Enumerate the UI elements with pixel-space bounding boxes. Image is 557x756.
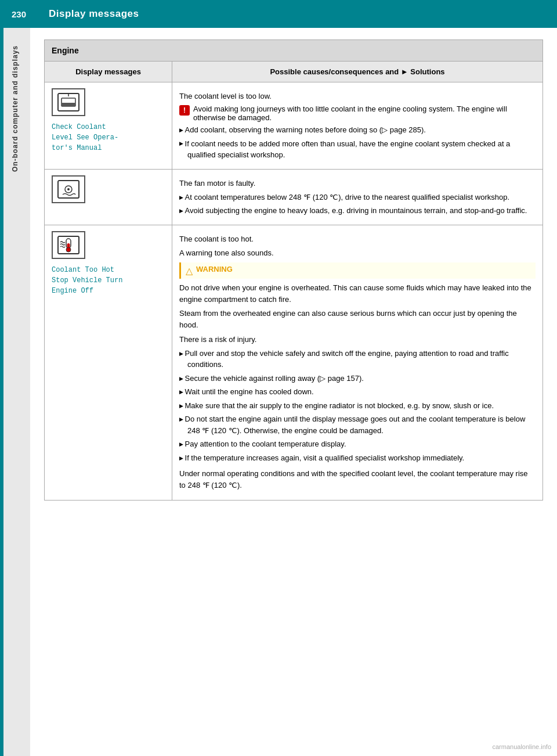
fan-motor-svg	[57, 179, 80, 199]
causes-text-3b: A warning tone also sounds.	[179, 247, 536, 259]
bullet-3c: Wait until the engine has cooled down.	[179, 386, 536, 398]
table-row: Check CoolantLevel See Opera-tor's Manua…	[45, 82, 543, 170]
page-number: 230	[12, 9, 35, 19]
coolant-hot-svg	[57, 235, 80, 255]
bullet-3g: If the temperature increases again, visi…	[179, 452, 536, 464]
col-header-causes: Possible causes/consequences and ► Solut…	[172, 62, 543, 82]
sidebar: On-board computer and displays	[0, 28, 30, 756]
warning-label: WARNING	[196, 265, 233, 273]
bullet-3d: Make sure that the air supply to the eng…	[179, 400, 536, 412]
watermark: carmanualonline.info	[492, 743, 551, 750]
bullet-2b: Avoid subjecting the engine to heavy loa…	[179, 205, 536, 217]
table-row: The fan motor is faulty. At coolant temp…	[45, 169, 543, 225]
causes-text-2a: The fan motor is faulty.	[179, 178, 536, 189]
sidebar-label: On-board computer and displays	[11, 45, 19, 172]
display-message-cell-3: Coolant Too HotStop Vehicle TurnEngine O…	[45, 225, 172, 500]
sidebar-accent	[0, 28, 3, 756]
warning-para-2: Steam from the overheated engine can als…	[179, 308, 536, 331]
causes-text-1a: The coolant level is too low.	[179, 91, 536, 102]
engine-table: Engine Display messages Possible causes/…	[44, 39, 543, 501]
header-bar: 230 Display messages	[0, 0, 557, 28]
bullet-1b: If coolant needs to be added more often …	[179, 138, 536, 161]
svg-point-10	[66, 247, 71, 252]
header-title: Display messages	[49, 8, 139, 20]
coolant-level-svg	[57, 92, 80, 112]
bullet-3b: Secure the vehicle against rolling away …	[179, 373, 536, 384]
causes-text-3a: The coolant is too hot.	[179, 233, 536, 245]
exclamation-note-1: ! Avoid making long journeys with too li…	[179, 105, 536, 122]
section-header: Engine	[45, 40, 543, 62]
col-header-display: Display messages	[45, 62, 172, 82]
excl-text-1: Avoid making long journeys with too litt…	[193, 105, 536, 122]
warning-triangle-icon: △	[186, 265, 193, 276]
display-message-cell-2	[45, 169, 172, 225]
exclamation-icon-1: !	[179, 105, 190, 116]
coolant-hot-icon	[52, 231, 85, 259]
display-msg-label-3: Coolant Too HotStop Vehicle TurnEngine O…	[52, 265, 165, 296]
bullet-3e: Do not start the engine again until the …	[179, 413, 536, 436]
display-msg-label-1: Check CoolantLevel See Opera-tor's Manua…	[52, 122, 165, 153]
causes-cell-2: The fan motor is faulty. At coolant temp…	[172, 169, 543, 225]
svg-point-6	[67, 188, 70, 190]
page-layout: On-board computer and displays Engine Di…	[0, 28, 557, 756]
fan-motor-icon	[52, 175, 85, 203]
warning-para-1: Do not drive when your engine is overhea…	[179, 282, 536, 305]
causes-cell-1: The coolant level is too low. ! Avoid ma…	[172, 82, 543, 170]
causes-cell-3: The coolant is too hot. A warning tone a…	[172, 225, 543, 500]
display-message-cell-1: Check CoolantLevel See Opera-tor's Manua…	[45, 82, 172, 170]
footer-note: Under normal operating conditions and wi…	[179, 468, 536, 491]
svg-rect-2	[62, 103, 75, 106]
table-row: Coolant Too HotStop Vehicle TurnEngine O…	[45, 225, 543, 500]
bullet-2a: At coolant temperatures below 248 ℉ (120…	[179, 192, 536, 203]
bullet-3a: Pull over and stop the vehicle safely an…	[179, 348, 536, 370]
col2-header-text: Possible causes/consequences and ► Solut…	[270, 67, 444, 76]
coolant-level-icon	[52, 88, 85, 116]
warning-note: △ WARNING	[179, 262, 536, 279]
bullet-3f: Pay attention to the coolant temperature…	[179, 438, 536, 450]
warning-para-3: There is a risk of injury.	[179, 334, 536, 345]
bullet-1a: Add coolant, observing the warning notes…	[179, 124, 536, 136]
main-content: Engine Display messages Possible causes/…	[30, 28, 557, 756]
